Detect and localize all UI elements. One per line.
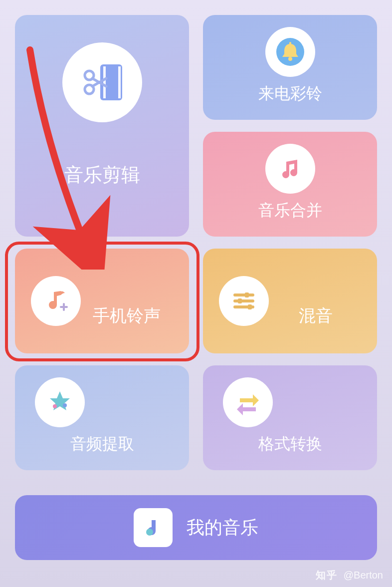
tile-audio-mix[interactable]: 混音 [203,249,377,353]
tile-music-merge[interactable]: 音乐合并 [203,132,377,237]
svg-point-21 [146,529,153,536]
tile-format-convert[interactable]: 格式转换 [203,365,377,470]
svg-rect-17 [248,304,252,309]
feature-grid: 音乐剪辑 来电彩铃 音乐合并 [0,0,392,470]
tile-label: 混音 [299,304,333,327]
scissors-film-icon [62,42,142,122]
svg-rect-1 [103,66,106,98]
tile-label: 手机铃声 [93,304,161,327]
svg-point-19 [53,404,57,408]
tile-label: 格式转换 [203,433,377,455]
tile-audio-extract[interactable]: 音频提取 [15,365,189,470]
music-note-icon [265,144,315,194]
svg-point-8 [288,57,292,61]
music-plus-icon [31,276,81,326]
sliders-icon [219,276,269,326]
tile-label: 来电彩铃 [203,83,377,105]
svg-rect-15 [245,293,249,297]
tile-incoming-ringtone[interactable]: 来电彩铃 [203,15,377,120]
music-folder-icon [134,508,173,547]
watermark-site: 知乎 [316,570,338,581]
svg-rect-2 [118,66,121,98]
tile-label: 音乐剪辑 [15,162,189,188]
watermark: 知乎 @Berton [316,569,383,582]
svg-point-20 [63,403,67,407]
tile-label: 音乐合并 [203,200,377,222]
exchange-icon [223,377,273,427]
star-music-icon [35,377,85,427]
bar-label: 我的音乐 [187,516,258,540]
bell-icon [265,27,315,77]
tile-label: 音频提取 [15,433,189,455]
my-music-bar[interactable]: 我的音乐 [15,495,377,560]
svg-rect-16 [238,298,242,303]
tile-music-edit[interactable]: 音乐剪辑 [15,15,189,237]
svg-marker-18 [50,391,70,410]
svg-rect-9 [289,42,291,45]
watermark-author: @Berton [344,570,383,581]
tile-phone-ringtone[interactable]: 手机铃声 [15,249,189,353]
